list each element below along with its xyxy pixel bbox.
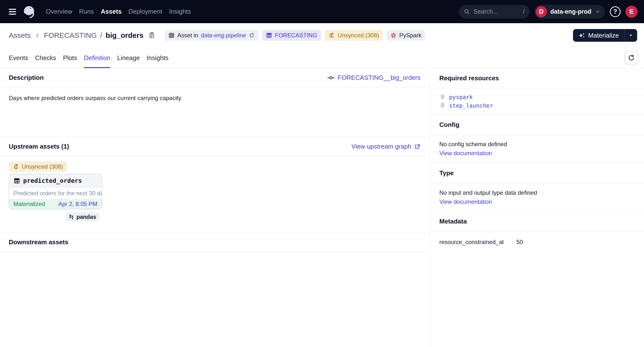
tab-checks[interactable]: Checks	[35, 48, 56, 68]
materialize-dropdown-button[interactable]	[624, 29, 637, 42]
asset-card-header: predicted_orders	[9, 174, 102, 188]
group-tag[interactable]: FORECASTING	[262, 30, 321, 41]
table-icon	[14, 178, 20, 184]
metadata-key: resource_constrained_at	[439, 239, 516, 246]
nav-item-overview[interactable]: Overview	[46, 8, 72, 15]
pipeline-link[interactable]: data-eng-pipeline	[201, 32, 246, 39]
breadcrumb-chevron-icon	[34, 32, 40, 38]
breadcrumb-assets-link[interactable]: Assets	[9, 31, 31, 40]
type-title: Type	[439, 169, 454, 177]
upstream-sync-badge[interactable]: Unsynced (308)	[9, 162, 67, 172]
nav-item-runs[interactable]: Runs	[79, 8, 94, 15]
dagster-logo-icon[interactable]	[23, 5, 36, 18]
nav-item-deployment[interactable]: Deployment	[128, 8, 162, 15]
tab-lineage[interactable]: Lineage	[117, 48, 140, 68]
materialized-status: Materialized	[14, 200, 45, 208]
table-icon	[168, 32, 175, 38]
search-input[interactable]	[474, 8, 520, 15]
required-resources-header: Required resources	[430, 68, 644, 88]
job-link[interactable]: FORECASTING__big_orders	[327, 74, 420, 82]
resource-item-step-launcher[interactable]: step_launcher	[439, 102, 634, 109]
pandas-kind-tag[interactable]: pandas	[65, 212, 100, 221]
sync-status-label: Unsynced (308)	[338, 32, 379, 39]
type-header: Type	[430, 163, 644, 184]
help-icon[interactable]: ?	[610, 6, 620, 17]
main-column: Description FORECASTING__big_orders Days…	[0, 68, 429, 347]
asset-card-name: predicted_orders	[23, 177, 82, 184]
tab-events[interactable]: Events	[9, 48, 28, 68]
materialize-label: Materialize	[588, 32, 619, 39]
view-upstream-graph-link[interactable]: View upstream graph	[352, 143, 420, 150]
config-view-documentation-link[interactable]: View documentation	[439, 150, 492, 156]
type-view-documentation-link[interactable]: View documentation	[439, 198, 492, 205]
metadata-row: resource_constrained_at 50	[430, 232, 644, 246]
sync-status-tag[interactable]: Unsynced (308)	[324, 30, 383, 41]
tab-plots[interactable]: Plots	[63, 48, 77, 68]
job-link-label: FORECASTING__big_orders	[338, 74, 420, 82]
pipeline-tag[interactable]: Asset in data-eng-pipeline	[164, 30, 258, 41]
definition-sidebar: Required resources pyspark step_launcher	[429, 68, 644, 347]
dagster-asset-definition-page: Overview Runs Assets Deployment Insights…	[0, 0, 644, 347]
upstream-header: Upstream assets (1) View upstream graph	[0, 137, 429, 156]
type-content: No input and output type data defined Vi…	[430, 184, 644, 211]
asset-card-footer: Materialized Apr 2, 8:05 PM	[9, 199, 102, 209]
nav-item-insights[interactable]: Insights	[169, 8, 191, 15]
config-header: Config	[430, 115, 644, 135]
asset-tags: Asset in data-eng-pipeline FORECASTING	[164, 30, 425, 41]
asset-card-predicted-orders[interactable]: predicted_orders Predicted orders for th…	[9, 174, 102, 209]
view-upstream-graph-label: View upstream graph	[352, 143, 411, 150]
metadata-header: Metadata	[430, 211, 644, 232]
pandas-icon	[68, 214, 74, 220]
resource-link-pyspark[interactable]: pyspark	[449, 94, 473, 100]
description-header: Description FORECASTING__big_orders	[0, 68, 429, 87]
chevron-down-icon	[595, 9, 600, 15]
asset-name: big_orders	[106, 31, 144, 40]
caret-down-icon	[628, 33, 633, 38]
resource-item-pyspark[interactable]: pyspark	[439, 94, 634, 100]
unsynced-icon	[13, 164, 19, 170]
group-tag-label: FORECASTING	[275, 32, 317, 39]
resource-layers-icon	[439, 102, 446, 109]
search-shortcut-hint: /	[523, 8, 525, 15]
resource-link-step-launcher[interactable]: step_launcher	[449, 102, 493, 109]
tab-insights[interactable]: Insights	[146, 48, 168, 68]
user-avatar[interactable]: E	[626, 6, 638, 18]
primary-nav: Overview Runs Assets Deployment Insights	[46, 8, 191, 15]
downstream-header: Downstream assets	[0, 233, 429, 252]
config-title: Config	[439, 121, 459, 128]
hamburger-menu-icon[interactable]	[9, 9, 16, 15]
page-header: Assets FORECASTING / big_orders	[0, 23, 644, 48]
materialized-timestamp-link[interactable]: Apr 2, 8:05 PM	[58, 200, 97, 208]
description-text: Days where predicted orders surpass our …	[9, 95, 420, 102]
content: Description FORECASTING__big_orders Days…	[0, 68, 644, 347]
upstream-asset-node: predicted_orders Predicted orders for th…	[9, 174, 102, 221]
refresh-icon	[249, 32, 255, 38]
nav-item-assets[interactable]: Assets	[101, 8, 122, 15]
refresh-button[interactable]	[624, 51, 638, 65]
asset-kind-row: pandas	[9, 212, 102, 221]
search-box[interactable]: /	[459, 5, 530, 18]
breadcrumb-slash: /	[100, 31, 102, 40]
downstream-title: Downstream assets	[9, 238, 68, 246]
tab-definition[interactable]: Definition	[84, 48, 110, 68]
required-resources-list: pyspark step_launcher	[430, 88, 644, 115]
deployment-badge: D	[536, 6, 547, 17]
required-resources-title: Required resources	[439, 74, 499, 82]
upstream-sync-badge-label: Unsynced (308)	[22, 163, 63, 170]
compute-kind-label: PySpark	[399, 32, 422, 39]
description-title: Description	[9, 74, 44, 82]
compute-kind-tag[interactable]: PySpark	[386, 30, 426, 41]
breadcrumb: Assets FORECASTING / big_orders	[9, 31, 155, 40]
breadcrumb-group-link[interactable]: FORECASTING	[44, 31, 97, 40]
refresh-icon	[628, 54, 635, 62]
upstream-title: Upstream assets (1)	[9, 143, 69, 150]
materialize-button[interactable]: Materialize	[573, 29, 624, 42]
resource-layers-icon	[439, 94, 446, 100]
copy-asset-name-button[interactable]	[148, 32, 155, 39]
asset-card-description: Predicted orders for the next 30 day...	[9, 188, 102, 199]
job-graph-icon	[327, 76, 335, 80]
external-link-icon	[414, 144, 420, 150]
pipeline-tag-prefix: Asset in	[177, 32, 198, 39]
materialize-split-button: Materialize	[573, 29, 637, 42]
deployment-switcher[interactable]: D data-eng-prod	[534, 5, 605, 18]
